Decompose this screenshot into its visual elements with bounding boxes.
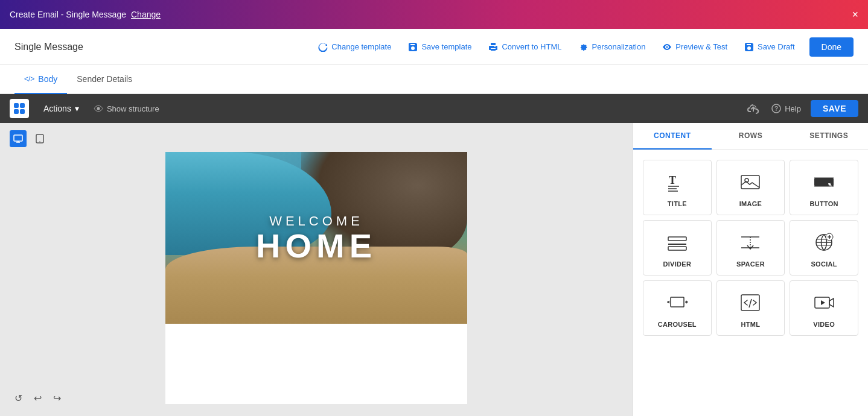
content-item-html[interactable]: HTML — [716, 280, 785, 336]
svg-point-0 — [666, 46, 668, 48]
personalization-label: Personalization — [592, 42, 645, 51]
save-icon — [408, 42, 418, 52]
carousel-item-label: CAROUSEL — [658, 321, 697, 328]
svg-rect-3 — [14, 109, 19, 114]
eye-structure-icon — [94, 104, 103, 113]
personalization-button[interactable]: Personalization — [571, 39, 653, 55]
show-structure-button[interactable]: Show structure — [94, 104, 159, 113]
actions-chevron-icon: ▾ — [75, 104, 79, 113]
history-button[interactable]: ↺ — [10, 389, 27, 406]
title-item-label: TITLE — [668, 200, 687, 207]
change-template-button[interactable]: Change template — [311, 39, 398, 55]
email-canvas: ⚡ AMP WELCOME HOME — [165, 152, 467, 404]
device-switcher — [10, 130, 48, 147]
top-bar-title: Create Email - Single Message Change — [10, 10, 161, 19]
close-button[interactable]: × — [852, 8, 858, 21]
convert-html-button[interactable]: Convert to HTML — [481, 39, 569, 55]
save-button[interactable]: SAVE — [811, 100, 858, 117]
editor-main: ⚡ AMP WELCOME HOME ↺ ↩ — [0, 123, 868, 416]
canvas-scroll[interactable]: ⚡ AMP WELCOME HOME — [0, 123, 633, 416]
social-icon — [812, 230, 836, 254]
save-draft-button[interactable]: Save Draft — [737, 39, 802, 55]
convert-html-label: Convert to HTML — [502, 42, 561, 51]
content-item-carousel[interactable]: CAROUSEL — [643, 280, 712, 336]
desktop-view-button[interactable] — [10, 130, 27, 147]
hero-home-text: HOME — [256, 229, 377, 263]
svg-rect-1 — [14, 103, 19, 108]
svg-rect-31 — [671, 297, 684, 307]
top-bar-change-link[interactable]: Change — [131, 10, 161, 19]
content-item-divider[interactable]: DIVIDER — [643, 220, 712, 276]
spacer-icon — [738, 230, 762, 254]
svg-point-10 — [39, 141, 40, 142]
content-grid: T TITLE — [643, 160, 858, 336]
carousel-icon — [665, 291, 689, 315]
done-button[interactable]: Done — [809, 37, 854, 57]
actions-label: Actions — [43, 104, 71, 113]
actions-button[interactable]: Actions ▾ — [39, 101, 84, 116]
undo-button[interactable]: ↩ — [29, 389, 46, 406]
show-structure-label: Show structure — [107, 104, 159, 113]
content-item-image[interactable]: IMAGE — [716, 160, 785, 215]
bottom-toolbar: ↺ ↩ ↪ — [10, 389, 65, 406]
cloud-upload-button[interactable] — [745, 100, 762, 117]
floppy-icon — [744, 42, 754, 52]
save-template-label: Save template — [421, 42, 471, 51]
content-item-title[interactable]: T TITLE — [643, 160, 712, 215]
content-item-video[interactable]: VIDEO — [790, 280, 858, 336]
svg-text:?: ? — [774, 106, 778, 112]
header-bar: Single Message Change template Save temp… — [0, 29, 868, 65]
video-item-label: VIDEO — [813, 321, 835, 328]
tab-body[interactable]: </> Body — [14, 65, 67, 94]
hero-text: WELCOME HOME — [256, 213, 377, 263]
svg-rect-2 — [20, 103, 25, 108]
content-item-social[interactable]: SOCIAL — [790, 220, 858, 276]
preview-test-button[interactable]: Preview & Test — [655, 39, 735, 55]
svg-point-5 — [97, 107, 100, 110]
help-button[interactable]: ? Help — [771, 104, 801, 113]
panel-tab-rows[interactable]: ROWS — [712, 123, 790, 150]
help-label: Help — [785, 104, 801, 113]
panel-tabs: CONTENT ROWS SETTINGS — [633, 123, 868, 150]
preview-test-label: Preview & Test — [675, 42, 727, 51]
spacer-item-label: SPACER — [736, 260, 765, 268]
right-panel: CONTENT ROWS SETTINGS T — [633, 123, 868, 416]
video-icon — [812, 291, 836, 315]
panel-tab-content[interactable]: CONTENT — [633, 123, 712, 150]
svg-rect-15 — [741, 175, 759, 189]
image-icon — [738, 170, 762, 194]
svg-line-33 — [749, 299, 752, 307]
toolbar-left: Actions ▾ Show structure — [10, 99, 159, 118]
panel-content: T TITLE — [633, 150, 868, 416]
content-item-button[interactable]: BUTTON — [790, 160, 858, 215]
code-icon: </> — [24, 75, 34, 83]
change-template-label: Change template — [331, 42, 391, 51]
app-logo — [10, 99, 29, 118]
tab-sender-details-label: Sender Details — [77, 74, 132, 84]
toolbar-right: ? Help SAVE — [745, 100, 858, 117]
sync-icon — [318, 42, 328, 52]
redo-button[interactable]: ↪ — [48, 389, 65, 406]
divider-icon — [665, 230, 689, 254]
gear-icon — [578, 42, 588, 52]
help-circle-icon: ? — [771, 104, 781, 113]
svg-rect-20 — [668, 237, 686, 241]
editor-toolbar: Actions ▾ Show structure ? Help SAVE — [0, 94, 868, 123]
message-name: Single Message — [14, 42, 83, 52]
svg-rect-22 — [668, 247, 686, 250]
title-icon: T — [665, 170, 689, 194]
save-template-button[interactable]: Save template — [401, 39, 479, 55]
header-actions: Change template Save template Convert to… — [311, 37, 854, 57]
tabs-bar: </> Body Sender Details — [0, 65, 868, 94]
divider-item-label: DIVIDER — [663, 260, 691, 268]
canvas-area: ⚡ AMP WELCOME HOME ↺ ↩ — [0, 123, 633, 416]
button-item-label: BUTTON — [809, 200, 838, 207]
email-hero[interactable]: WELCOME HOME — [165, 152, 467, 324]
social-item-label: SOCIAL — [811, 260, 837, 268]
svg-rect-8 — [14, 135, 22, 141]
tab-sender-details[interactable]: Sender Details — [67, 65, 142, 94]
top-bar: Create Email - Single Message Change × — [0, 0, 868, 29]
panel-tab-settings[interactable]: SETTINGS — [790, 123, 868, 150]
mobile-view-button[interactable] — [31, 130, 48, 147]
content-item-spacer[interactable]: SPACER — [716, 220, 785, 276]
